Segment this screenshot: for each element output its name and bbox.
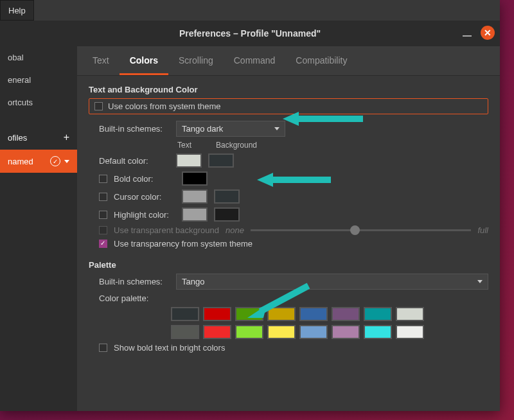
- tab-colors[interactable]: Colors: [120, 46, 168, 75]
- profiles-label: ofiles: [8, 133, 27, 143]
- use-system-colors-label: Use colors from system theme: [108, 101, 221, 111]
- highlight-bg-swatch[interactable]: [214, 207, 240, 222]
- palette-swatch[interactable]: [203, 307, 231, 321]
- cursor-text-swatch[interactable]: [182, 189, 208, 204]
- tab-compatibility[interactable]: Compatibility: [285, 46, 357, 75]
- palette-swatch[interactable]: [267, 307, 296, 321]
- window-body: obal eneral ortcuts ofiles + named ✓ Tex…: [0, 46, 500, 411]
- palette-swatch[interactable]: [203, 325, 231, 339]
- menu-help[interactable]: Help: [0, 0, 34, 21]
- palette-swatch[interactable]: [235, 325, 263, 339]
- sidebar-profiles-header: ofiles +: [0, 125, 77, 150]
- palette-swatch[interactable]: [332, 307, 360, 321]
- profile-label: named: [8, 157, 33, 166]
- sidebar-item-general[interactable]: eneral: [0, 69, 77, 91]
- use-system-colors-row[interactable]: Use colors from system theme: [89, 98, 488, 114]
- col-header-text: Text: [177, 141, 203, 150]
- palette-swatch[interactable]: [171, 325, 199, 339]
- palette-swatch[interactable]: [396, 325, 424, 339]
- close-button[interactable]: ✕: [481, 26, 495, 40]
- cursor-color-checkbox[interactable]: [99, 193, 107, 201]
- col-header-background: Background: [216, 141, 257, 150]
- use-transparency-theme-checkbox[interactable]: [99, 240, 107, 248]
- sidebar-profile-unnamed[interactable]: named ✓: [0, 150, 77, 173]
- palette-swatch[interactable]: [171, 307, 199, 321]
- use-transparency-theme-label: Use transparency from system theme: [114, 239, 253, 249]
- palette-schemes-label: Built-in schemes:: [99, 277, 170, 286]
- palette-swatch[interactable]: [364, 307, 392, 321]
- transparency-slider: [251, 229, 471, 231]
- palette-swatch[interactable]: [267, 325, 296, 339]
- chevron-down-icon: [274, 127, 279, 130]
- builtin-schemes-label: Built-in schemes:: [99, 124, 170, 134]
- colors-panel: Text and Background Color Use colors fro…: [77, 76, 500, 411]
- minimize-button[interactable]: [463, 35, 472, 37]
- color-palette-label: Color palette:: [99, 293, 170, 303]
- palette-swatch[interactable]: [396, 307, 424, 321]
- cursor-bg-swatch[interactable]: [214, 189, 240, 204]
- transparent-bg-label: Use transparent background: [114, 225, 219, 235]
- builtin-schemes-select[interactable]: Tango dark: [176, 121, 285, 137]
- slider-full-label: full: [477, 225, 488, 235]
- transparent-bg-checkbox: [99, 226, 107, 234]
- scheme-selected-value: Tango dark: [182, 124, 223, 134]
- add-profile-button[interactable]: +: [64, 132, 69, 143]
- cursor-color-label: Cursor color:: [114, 192, 175, 202]
- palette-swatch[interactable]: [235, 307, 263, 321]
- default-text-swatch[interactable]: [176, 153, 202, 168]
- titlebar: Preferences – Profile "Unnamed" ✕: [0, 21, 500, 46]
- menubar: Help: [0, 0, 500, 21]
- palette-swatch[interactable]: [332, 325, 360, 339]
- bold-color-swatch[interactable]: [182, 171, 208, 186]
- bold-color-label: Bold color:: [114, 174, 175, 184]
- sidebar-item-global[interactable]: obal: [0, 46, 77, 69]
- slider-thumb: [350, 225, 360, 235]
- content-area: Text Colors Scrolling Command Compatibil…: [77, 46, 500, 411]
- palette-swatch[interactable]: [299, 325, 328, 339]
- highlight-color-checkbox[interactable]: [99, 211, 107, 219]
- sidebar: obal eneral ortcuts ofiles + named ✓: [0, 46, 77, 411]
- preferences-window: Help Preferences – Profile "Unnamed" ✕ o…: [0, 0, 500, 411]
- palette-grid: [171, 307, 488, 339]
- highlight-color-label: Highlight color:: [114, 210, 175, 220]
- section-text-bg-title: Text and Background Color: [89, 85, 488, 94]
- default-bg-swatch[interactable]: [208, 153, 234, 168]
- default-color-label: Default color:: [99, 156, 170, 166]
- section-palette-title: Palette: [89, 260, 488, 270]
- show-bold-bright-label: Show bold text in bright colors: [114, 343, 225, 353]
- tab-bar: Text Colors Scrolling Command Compatibil…: [77, 46, 500, 76]
- tab-scrolling[interactable]: Scrolling: [168, 46, 224, 75]
- highlight-text-swatch[interactable]: [182, 207, 208, 222]
- palette-scheme-value: Tango: [182, 277, 204, 286]
- slider-none-label: none: [226, 225, 244, 235]
- palette-swatch[interactable]: [364, 325, 392, 339]
- window-title: Preferences – Profile "Unnamed": [179, 28, 321, 39]
- chevron-down-icon: [477, 280, 483, 283]
- palette-swatch[interactable]: [299, 307, 328, 321]
- palette-schemes-select[interactable]: Tango: [176, 274, 488, 290]
- tab-command[interactable]: Command: [224, 46, 286, 75]
- show-bold-bright-checkbox[interactable]: [99, 344, 107, 352]
- bold-color-checkbox[interactable]: [99, 175, 107, 183]
- check-circle-icon: ✓: [50, 156, 60, 166]
- use-system-colors-checkbox[interactable]: [94, 102, 103, 110]
- sidebar-item-shortcuts[interactable]: ortcuts: [0, 91, 77, 114]
- tab-text[interactable]: Text: [82, 46, 120, 75]
- chevron-down-icon[interactable]: [64, 160, 69, 163]
